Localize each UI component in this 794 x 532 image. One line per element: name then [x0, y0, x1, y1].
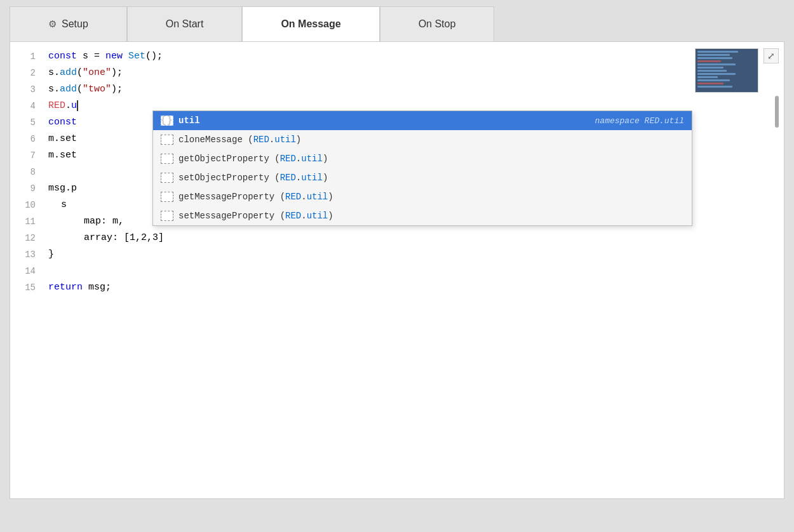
- item-label-1: cloneMessage (RED.util): [178, 135, 684, 145]
- line-num-1: 1: [10, 48, 48, 65]
- tab-setup[interactable]: ⚙ Setup: [10, 6, 127, 41]
- code-line-14: 14: [10, 263, 784, 279]
- code-line-13: 13 }: [10, 246, 784, 263]
- line-num-11: 11: [10, 213, 48, 230]
- line-num-14: 14: [10, 263, 48, 279]
- tab-on-start[interactable]: On Start: [127, 6, 243, 41]
- autocomplete-item-3[interactable]: setObjectProperty (RED.util): [153, 168, 692, 187]
- tab-on-start-label: On Start: [166, 18, 204, 30]
- line-content-13: }: [48, 246, 784, 263]
- line-content-2: s.add("one");: [48, 65, 784, 81]
- autocomplete-item-1[interactable]: cloneMessage (RED.util): [153, 130, 692, 149]
- line-num-15: 15: [10, 279, 48, 296]
- tab-on-message[interactable]: On Message: [242, 6, 379, 41]
- code-line-15: 15 return msg;: [10, 279, 784, 296]
- autocomplete-dropdown: {} util namespace RED.util cloneMessage …: [152, 110, 692, 226]
- item-label-5: setMessageProperty (RED.util): [178, 211, 684, 221]
- tab-setup-label: Setup: [62, 18, 88, 30]
- code-content: 1 const s = new Set(); 2 s.add("one"); 3…: [10, 42, 784, 302]
- line-num-7: 7: [10, 147, 48, 164]
- autocomplete-item-0[interactable]: {} util namespace RED.util: [153, 111, 692, 130]
- autocomplete-item-2[interactable]: getObjectProperty (RED.util): [153, 149, 692, 168]
- line-num-13: 13: [10, 246, 48, 263]
- item-icon-5: [161, 211, 173, 221]
- code-line-1: 1 const s = new Set();: [10, 48, 784, 65]
- line-num-3: 3: [10, 81, 48, 98]
- item-label-2: getObjectProperty (RED.util): [178, 154, 684, 164]
- item-icon-3: [161, 173, 173, 183]
- code-line-3: 3 s.add("two");: [10, 81, 784, 98]
- item-label-3: setObjectProperty (RED.util): [178, 173, 684, 183]
- line-num-12: 12: [10, 230, 48, 246]
- autocomplete-item-4[interactable]: getMessageProperty (RED.util): [153, 187, 692, 206]
- code-line-2: 2 s.add("one");: [10, 65, 784, 81]
- item-icon-4: [161, 192, 173, 202]
- line-num-8: 8: [10, 164, 48, 180]
- line-num-6: 6: [10, 131, 48, 147]
- line-num-4: 4: [10, 98, 48, 114]
- line-content-3: s.add("two");: [48, 81, 784, 98]
- tab-on-stop[interactable]: On Stop: [380, 6, 495, 41]
- item-type-0: namespace RED.util: [595, 116, 684, 126]
- item-icon-2: [161, 154, 173, 164]
- item-icon-1: [161, 135, 173, 145]
- item-icon-0: {}: [161, 116, 173, 126]
- autocomplete-item-5[interactable]: setMessageProperty (RED.util): [153, 206, 692, 225]
- line-num-10: 10: [10, 197, 48, 213]
- line-num-2: 2: [10, 65, 48, 81]
- code-line-12: 12 array: [1,2,3]: [10, 230, 784, 246]
- line-content-15: return msg;: [48, 279, 784, 296]
- tab-bar: ⚙ Setup On Start On Message On Stop: [10, 6, 784, 42]
- item-label-4: getMessageProperty (RED.util): [178, 192, 684, 202]
- tab-on-message-label: On Message: [281, 18, 340, 30]
- gear-icon: ⚙: [48, 18, 57, 30]
- item-label-0: util: [178, 116, 590, 126]
- line-content-1: const s = new Set();: [48, 48, 784, 65]
- line-content-12: array: [1,2,3]: [48, 230, 784, 246]
- code-editor[interactable]: ⤢ 1 const s = new Set(); 2 s.add("one");…: [10, 42, 784, 499]
- line-num-5: 5: [10, 114, 48, 131]
- tab-on-stop-label: On Stop: [419, 18, 456, 30]
- line-num-9: 9: [10, 180, 48, 197]
